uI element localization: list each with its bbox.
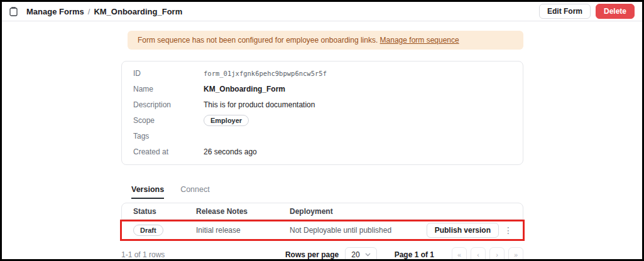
versions-table: Status Release Notes Deployment Draft In…: [121, 203, 523, 240]
breadcrumb-current: KM_Onboarding_Form: [94, 7, 182, 16]
rows-per-page-value: 20: [351, 250, 359, 259]
breadcrumb-separator: /: [88, 7, 90, 16]
form-created-at-value: 26 seconds ago: [204, 147, 257, 156]
page-indicator: Page 1 of 1: [395, 250, 434, 259]
pagination-bar: 1-1 of 1 rows Rows per page 20 Page 1 of…: [121, 247, 523, 261]
detail-row-name: Name KM_Onboarding_Form: [122, 81, 523, 97]
table-header-row: Status Release Notes Deployment: [122, 203, 523, 220]
row-range-text: 1-1 of 1 rows: [121, 250, 165, 259]
delete-button[interactable]: Delete: [596, 4, 635, 19]
last-page-button[interactable]: »: [508, 247, 523, 261]
form-id-value: form_01jxfgnk6pehc9bpwp6ncw5r5f: [204, 70, 327, 77]
warning-banner: Form sequence has not been configured fo…: [128, 31, 523, 50]
detail-row-tags: Tags: [122, 128, 523, 144]
detail-label: Scope: [133, 116, 204, 125]
scope-badge: Employer: [204, 115, 249, 126]
detail-row-id: ID form_01jxfgnk6pehc9bpwp6ncw5r5f: [122, 65, 523, 81]
form-details-card: ID form_01jxfgnk6pehc9bpwp6ncw5r5f Name …: [121, 61, 523, 165]
highlight-annotation-box: Draft Initial release Not Deployable unt…: [120, 220, 525, 241]
form-name-value: KM_Onboarding_Form: [204, 85, 285, 93]
detail-label: Description: [133, 100, 204, 109]
publish-version-button[interactable]: Publish version: [427, 223, 499, 238]
pager-controls: « ‹ › »: [452, 247, 523, 261]
detail-label: Name: [133, 85, 204, 93]
edit-form-button[interactable]: Edit Form: [539, 4, 591, 19]
detail-row-description: Description This is for product document…: [122, 97, 523, 112]
form-description-value: This is for product documentation: [204, 100, 315, 109]
column-header-deployment: Deployment: [290, 207, 499, 216]
previous-page-button[interactable]: ‹: [471, 247, 486, 261]
detail-label: ID: [133, 69, 204, 78]
kebab-menu-icon[interactable]: ⋮: [501, 225, 515, 235]
detail-row-created-at: Created at 26 seconds ago: [122, 144, 523, 159]
chevron-down-icon: [365, 253, 371, 257]
column-header-status: Status: [133, 207, 196, 216]
breadcrumb: Manage Forms / KM_Onboarding_Form: [26, 7, 182, 16]
detail-row-scope: Scope Employer: [122, 112, 523, 128]
detail-label: Created at: [133, 147, 204, 156]
tab-bar: Versions Connect: [121, 185, 523, 199]
app-window: Manage Forms / KM_Onboarding_Form Edit F…: [0, 0, 644, 261]
status-badge: Draft: [133, 225, 163, 236]
breadcrumb-root[interactable]: Manage Forms: [26, 7, 84, 16]
tab-connect[interactable]: Connect: [180, 185, 210, 199]
clipboard-icon: [9, 7, 18, 16]
detail-label: Tags: [133, 132, 204, 141]
manage-form-sequence-link[interactable]: Manage form sequence: [380, 36, 459, 45]
release-notes-cell: Initial release: [196, 226, 290, 235]
rows-per-page-label: Rows per page: [285, 250, 339, 259]
warning-message: Form sequence has not been configured fo…: [138, 36, 378, 45]
table-row: Draft Initial release Not Deployable unt…: [122, 221, 523, 239]
deployment-cell: Not Deployable until published: [290, 226, 427, 235]
tab-versions[interactable]: Versions: [131, 185, 164, 199]
top-bar: Manage Forms / KM_Onboarding_Form Edit F…: [2, 2, 642, 21]
main-content: Form sequence has not been configured fo…: [121, 21, 523, 261]
column-header-release-notes: Release Notes: [196, 207, 290, 216]
rows-per-page-select[interactable]: 20: [345, 247, 376, 261]
first-page-button[interactable]: «: [452, 247, 467, 261]
next-page-button[interactable]: ›: [489, 247, 505, 261]
